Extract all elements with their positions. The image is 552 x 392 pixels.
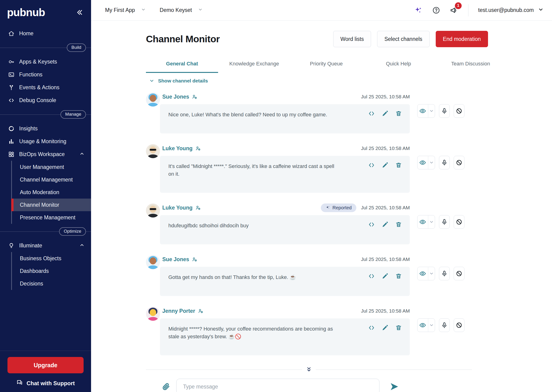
message-input[interactable] [176, 379, 380, 392]
ban-user-button[interactable] [454, 267, 464, 280]
ban-user-button[interactable] [454, 104, 464, 118]
lightbulb-icon [8, 243, 14, 249]
message-author-link[interactable]: Sue Jones [162, 94, 197, 100]
help-icon[interactable] [432, 6, 440, 14]
keyset-selector[interactable]: Demo Keyset [160, 7, 203, 13]
visibility-dropdown-button[interactable] [428, 105, 435, 118]
delete-message-icon[interactable] [395, 110, 402, 117]
ai-sparkles-icon[interactable] [414, 6, 422, 14]
ban-user-button[interactable] [454, 215, 464, 229]
user-settings-icon[interactable] [192, 94, 197, 99]
user-email: test.user@pubnub.com [478, 7, 534, 13]
sidebar-item-debug-console[interactable]: Debug Console [0, 94, 91, 107]
home-icon [8, 30, 14, 37]
sidebar-item-channel-monitor[interactable]: Channel Monitor [11, 199, 91, 211]
mute-user-button[interactable] [439, 318, 450, 332]
topbar: My First App Demo Keyset 1 test.user@pub… [91, 0, 552, 21]
sidebar-collapse-icon[interactable] [76, 9, 83, 16]
user-settings-icon[interactable] [192, 257, 197, 262]
mute-user-button[interactable] [439, 104, 450, 118]
sidebar-item-presence-management[interactable]: Presence Management [12, 211, 91, 224]
visibility-dropdown-button[interactable] [428, 215, 435, 229]
eye-icon-button[interactable] [418, 156, 428, 169]
show-channel-details-toggle[interactable]: Show channel details [146, 78, 552, 84]
chevron-up-icon[interactable] [79, 243, 84, 249]
sidebar-item-apps-keysets[interactable]: Apps & Keysets [0, 55, 91, 68]
message-timestamp: Jul 25 2025, 10:58 AM [361, 205, 410, 210]
edit-message-icon[interactable] [382, 221, 388, 228]
view-payload-icon[interactable] [368, 221, 375, 228]
ban-user-button[interactable] [454, 156, 464, 169]
delete-message-icon[interactable] [395, 273, 402, 280]
upgrade-button[interactable]: Upgrade [7, 357, 83, 373]
user-settings-icon[interactable] [198, 308, 203, 314]
sidebar-item-channel-management[interactable]: Channel Management [12, 173, 91, 186]
sidebar-item-events-actions[interactable]: Events & Actions [0, 81, 91, 94]
sidebar-item-user-management[interactable]: User Management [12, 161, 91, 173]
message-author-link[interactable]: Luke Young [162, 145, 201, 152]
delete-message-icon[interactable] [395, 324, 402, 331]
ban-user-button[interactable] [454, 318, 464, 332]
edit-message-icon[interactable] [382, 110, 388, 117]
word-lists-button[interactable]: Word lists [333, 31, 371, 47]
sidebar-item-label: Debug Console [19, 97, 56, 104]
sidebar-item-bizops-workspace[interactable]: BizOps Workspace [0, 148, 91, 161]
visibility-dropdown-button[interactable] [428, 156, 435, 169]
edit-message-icon[interactable] [382, 273, 388, 280]
chat-with-support-button[interactable]: Chat with Support [7, 379, 83, 387]
tab-team-discussion[interactable]: Team Discussion [435, 58, 507, 73]
message-card: Nice one, Luke! What's the blend called?… [160, 104, 410, 133]
eye-icon-button[interactable] [418, 319, 428, 332]
sidebar-item-dashboards[interactable]: Dashboards [12, 265, 91, 277]
tab-priority-queue[interactable]: Priority Queue [290, 58, 362, 73]
tab-general-chat[interactable]: General Chat [146, 58, 218, 73]
chat-bubbles-icon [16, 379, 23, 387]
view-payload-icon[interactable] [368, 162, 375, 168]
end-moderation-button[interactable]: End moderation [436, 31, 488, 47]
sidebar-item-functions[interactable]: Functions [0, 68, 91, 81]
eye-icon-button[interactable] [418, 105, 428, 118]
message-author-link[interactable]: Luke Young [162, 205, 201, 211]
select-channels-button[interactable]: Select channels [377, 31, 429, 47]
eye-icon-button[interactable] [418, 267, 428, 280]
user-menu[interactable]: test.user@pubnub.com [478, 7, 544, 14]
announcements-icon[interactable]: 1 [450, 6, 458, 14]
sidebar-item-decisions[interactable]: Decisions [12, 277, 91, 290]
moderation-actions [417, 215, 464, 229]
delete-message-icon[interactable] [395, 221, 402, 228]
sidebar-item-illuminate[interactable]: Illuminate [0, 239, 91, 252]
sidebar-item-usage-monitoring[interactable]: Usage & Monitoring [0, 135, 91, 148]
app-selector[interactable]: My First App [105, 7, 146, 13]
message-author-link[interactable]: Jenny Porter [162, 308, 203, 314]
message-card: It's called "Midnight *****." Seriously,… [160, 156, 410, 193]
user-settings-icon[interactable] [195, 205, 201, 210]
mute-user-button[interactable] [439, 156, 450, 169]
sidebar-item-home[interactable]: Home [0, 27, 91, 40]
view-payload-icon[interactable] [368, 324, 375, 331]
message-row: Sue Jones Jul 25 2025, 10:58 AM Gotta ge… [146, 255, 552, 296]
sidebar-item-business-objects[interactable]: Business Objects [12, 252, 91, 265]
pubnub-logo[interactable]: pubnub [7, 6, 45, 19]
send-message-icon[interactable] [390, 382, 399, 391]
message-author-link[interactable]: Sue Jones [162, 256, 197, 263]
sidebar-item-auto-moderation[interactable]: Auto Moderation [12, 186, 91, 199]
visibility-dropdown-button[interactable] [428, 267, 435, 280]
scroll-to-bottom-icon[interactable] [302, 367, 316, 373]
mute-user-button[interactable] [439, 215, 450, 229]
view-payload-icon[interactable] [368, 273, 375, 280]
user-settings-icon[interactable] [195, 146, 201, 151]
tab-quick-help[interactable]: Quick Help [362, 58, 435, 73]
visibility-dropdown-button[interactable] [428, 319, 435, 332]
chevron-up-icon[interactable] [79, 151, 84, 158]
eye-icon-button[interactable] [418, 215, 428, 229]
attach-file-icon[interactable] [162, 383, 170, 391]
edit-message-icon[interactable] [382, 324, 388, 331]
sidebar-item-label: Home [19, 30, 33, 37]
page-title: Channel Monitor [146, 34, 220, 45]
sidebar-item-insights[interactable]: Insights [0, 122, 91, 135]
mute-user-button[interactable] [439, 267, 450, 280]
delete-message-icon[interactable] [395, 162, 402, 168]
tab-knowledge-exchange[interactable]: Knowledge Exchange [218, 58, 290, 73]
view-payload-icon[interactable] [368, 110, 375, 117]
edit-message-icon[interactable] [382, 162, 388, 168]
